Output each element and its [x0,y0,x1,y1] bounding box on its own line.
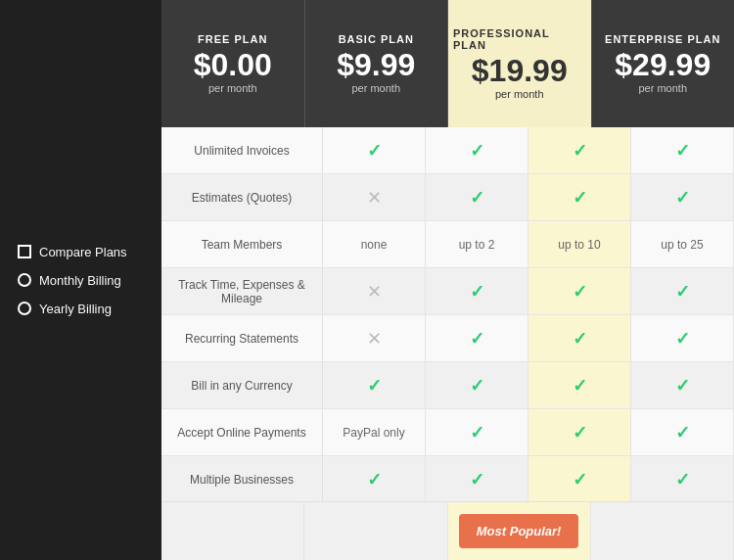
check-icon: ✓ [470,281,484,303]
yearly-billing-item[interactable]: Yearly Billing [18,302,144,316]
check-icon: ✓ [367,375,382,397]
enterprise-plan-header: ENTERPRISE PLAN $29.99 per month [591,0,735,127]
monthly-radio-icon [18,273,31,287]
feature-label-1: Estimates (Quotes) [161,174,323,220]
enterprise-plan-price: $29.99 [615,49,711,80]
feature-7-plan-3: ✓ [631,456,734,501]
table-row: Unlimited Invoices✓✓✓✓ [161,127,734,174]
cross-icon: ✕ [367,187,382,209]
check-icon: ✓ [470,328,484,350]
check-icon: ✓ [470,140,484,162]
feature-2-plan-3: up to 25 [631,221,734,267]
compare-plans-item[interactable]: Compare Plans [18,245,144,259]
free-plan-price: $0.00 [194,49,272,80]
check-icon: ✓ [573,375,587,397]
cross-icon: ✕ [367,328,382,350]
feature-label-4: Recurring Statements [161,315,323,361]
check-icon: ✓ [573,469,587,490]
feature-2-plan-1: up to 2 [426,221,528,267]
feature-1-plan-3: ✓ [631,174,734,220]
check-icon: ✓ [675,187,690,209]
yearly-billing-label: Yearly Billing [39,302,112,316]
check-icon: ✓ [573,140,587,162]
basic-plan-header: BASIC PLAN $9.99 per month [304,0,448,127]
feature-0-plan-0: ✓ [323,127,426,173]
feature-label-5: Bill in any Currency [161,362,323,408]
check-icon: ✓ [573,328,587,350]
basic-plan-period: per month [351,82,400,94]
free-plan-header: FREE PLAN $0.00 per month [161,0,304,127]
table-row: Team Membersnoneup to 2up to 10up to 25 [161,221,734,268]
feature-0-plan-1: ✓ [426,127,528,173]
compare-plans-label: Compare Plans [39,245,127,259]
free-plan-name: FREE PLAN [198,33,267,45]
feature-3-plan-0: ✕ [323,268,426,314]
feature-3-plan-3: ✓ [631,268,734,314]
feature-4-plan-0: ✕ [323,315,426,361]
feature-label-6: Accept Online Payments [161,409,323,455]
basic-plan-price: $9.99 [337,49,415,80]
feature-5-plan-3: ✓ [631,362,734,408]
basic-plan-name: BASIC PLAN [339,33,414,45]
check-icon: ✓ [470,469,484,490]
free-plan-period: per month [208,82,257,94]
feature-7-plan-0: ✓ [323,456,426,501]
check-icon: ✓ [470,375,484,397]
check-icon: ✓ [675,375,690,397]
feature-6-plan-0: PayPal only [323,409,426,455]
feature-4-plan-2: ✓ [528,315,631,361]
feature-0-plan-2: ✓ [528,127,631,173]
feature-6-plan-3: ✓ [631,409,734,455]
basic-plan-footer [304,502,447,560]
pro-plan-name: PROFESSIONAL PLAN [453,27,586,51]
check-icon: ✓ [675,422,690,443]
cross-icon: ✕ [367,281,382,303]
check-icon: ✓ [573,422,587,443]
feature-5-plan-1: ✓ [426,362,528,408]
feature-0-plan-3: ✓ [631,127,734,173]
feature-1-plan-0: ✕ [323,174,426,220]
check-icon: ✓ [470,422,484,443]
feature-4-plan-3: ✓ [631,315,734,361]
table-row: Track Time, Expenses & Mileage✕✓✓✓ [161,268,734,315]
check-icon: ✓ [675,328,690,350]
sidebar: Compare Plans Monthly Billing Yearly Bil… [0,0,161,560]
check-icon: ✓ [573,281,587,303]
check-icon: ✓ [367,469,382,490]
pro-plan-footer[interactable]: Most Popular! [448,502,591,560]
check-icon: ✓ [675,469,690,490]
feature-label-7: Multiple Businesses [161,456,323,501]
features-table: Unlimited Invoices✓✓✓✓Estimates (Quotes)… [161,127,734,501]
pro-plan-period: per month [495,88,544,100]
table-row: Accept Online PaymentsPayPal only✓✓✓ [161,409,734,456]
table-row: Estimates (Quotes)✕✓✓✓ [161,174,734,221]
check-icon: ✓ [573,187,587,209]
enterprise-plan-period: per month [638,82,687,94]
feature-1-plan-2: ✓ [528,174,631,220]
feature-label-0: Unlimited Invoices [161,127,323,173]
feature-label-3: Track Time, Expenses & Mileage [161,268,323,314]
main-content: FREE PLAN $0.00 per month BASIC PLAN $9.… [161,0,734,560]
feature-4-plan-1: ✓ [426,315,528,361]
table-row: Recurring Statements✕✓✓✓ [161,315,734,362]
footer-row: Most Popular! [161,501,734,560]
most-popular-button[interactable]: Most Popular! [459,514,579,548]
feature-label-2: Team Members [161,221,323,267]
free-plan-footer [161,502,304,560]
feature-3-plan-2: ✓ [528,268,631,314]
table-row: Bill in any Currency✓✓✓✓ [161,362,734,409]
monthly-billing-label: Monthly Billing [39,273,121,288]
check-icon: ✓ [367,140,382,162]
checkbox-icon [18,245,31,258]
feature-6-plan-2: ✓ [528,409,631,455]
pro-plan-header: PROFESSIONAL PLAN $19.99 per month [447,0,591,127]
check-icon: ✓ [675,140,690,162]
monthly-billing-item[interactable]: Monthly Billing [18,273,144,288]
feature-1-plan-1: ✓ [426,174,528,220]
check-icon: ✓ [470,187,484,209]
feature-5-plan-2: ✓ [528,362,631,408]
enterprise-plan-footer [591,502,734,560]
feature-7-plan-1: ✓ [426,456,528,501]
feature-6-plan-1: ✓ [426,409,528,455]
feature-3-plan-1: ✓ [426,268,528,314]
